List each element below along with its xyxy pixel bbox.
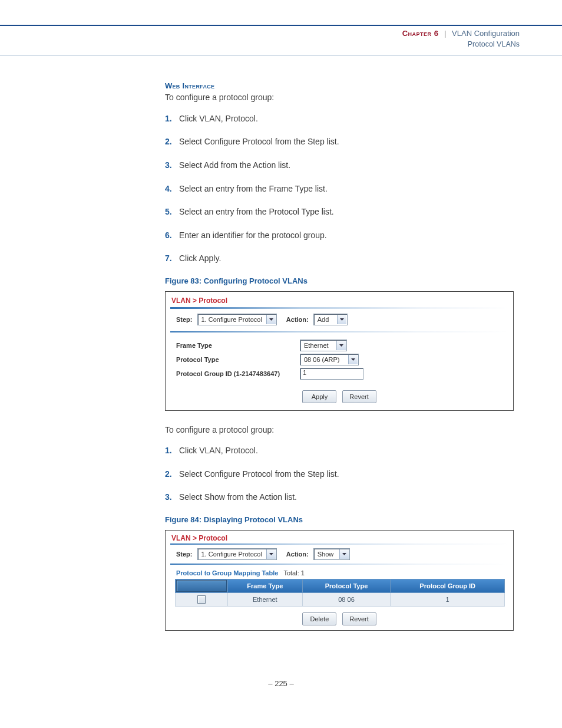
step-text: Select Configure Protocol from the Step … [179,469,339,479]
step-text: Enter an identifier for the protocol gro… [179,230,327,240]
figure-83-caption: Figure 83: Configuring Protocol VLANs [165,276,520,285]
step-select[interactable]: 1. Configure Protocol [197,548,277,560]
action-label: Action: [286,551,309,558]
step-text: Select an entry from the Protocol Type l… [179,207,334,216]
svg-marker-0 [269,318,273,321]
form-row: Protocol Group ID (1-2147483647) 1 [176,367,503,381]
figure-83-screenshot: VLAN > Protocol Step: 1. Configure Proto… [165,291,514,411]
decorative-rule [170,543,508,545]
group-id-label: Protocol Group ID (1-2147483647) [176,370,300,377]
action-select-value: Show [314,551,339,558]
table-total-label: Total: [283,569,299,577]
col-protocol-type: Protocol Type [302,579,391,592]
step-select-value: 1. Configure Protocol [198,316,266,323]
frame-type-value: Ethernet [300,342,336,349]
svg-marker-5 [342,553,346,555]
svg-marker-3 [351,358,355,361]
frame-type-label: Frame Type [176,342,300,349]
action-label: Action: [286,316,309,323]
intro-text-1: To configure a protocol group: [165,91,520,103]
chevron-down-icon [348,355,358,364]
steps-list-1: 1.Click VLAN, Protocol. 2.Select Configu… [165,113,520,265]
group-id-input[interactable]: 1 [300,368,363,380]
chapter-title: VLAN Configuration [452,29,520,38]
step-number: 3. [165,160,172,172]
button-row: Apply Revert [166,386,513,410]
step-item: 2.Select Configure Protocol from the Ste… [165,469,520,480]
page-header: Chapter 6 | VLAN Configuration Protocol … [0,28,562,52]
step-item: 1.Click VLAN, Protocol. [165,113,520,125]
chevron-down-icon [266,315,276,324]
row-checkbox-cell[interactable] [176,592,228,606]
step-select-value: 1. Configure Protocol [198,551,266,558]
chevron-down-icon [339,549,349,559]
decorative-rule [170,331,508,332]
step-text: Click VLAN, Protocol. [179,446,258,455]
chevron-down-icon [336,341,346,350]
revert-button[interactable]: Revert [342,390,376,403]
table-total: Total: 1 [283,569,304,577]
step-item: 5.Select an entry from the Protocol Type… [165,206,520,218]
apply-button[interactable]: Apply [302,390,336,403]
step-number: 2. [165,136,172,148]
protocol-type-value: 08 06 (ARP) [300,356,348,363]
action-select-value: Add [314,316,336,323]
step-select[interactable]: 1. Configure Protocol [197,314,277,325]
table-row: Ethernet 08 06 1 [176,592,505,606]
chevron-down-icon [266,549,276,559]
web-interface-heading: Web Interface [165,81,520,90]
step-number: 6. [165,230,172,242]
intro-text-2: To configure a protocol group: [165,424,520,436]
frame-type-select[interactable]: Ethernet [300,340,347,351]
select-all-header[interactable] [176,579,228,592]
step-number: 1. [165,445,172,457]
step-number: 1. [165,113,172,125]
chapter-label: Chapter 6 [402,29,439,38]
step-text: Select Show from the Action list. [179,492,297,502]
svg-marker-2 [339,344,343,347]
step-item: 7.Click Apply. [165,253,520,265]
chevron-down-icon [337,315,346,324]
step-number: 7. [165,253,172,265]
action-select[interactable]: Show [313,548,350,560]
revert-button[interactable]: Revert [342,612,376,625]
delete-button[interactable]: Delete [302,612,336,625]
table-title-text: Protocol to Group Mapping Table [176,569,278,577]
step-number: 3. [165,492,172,503]
col-group-id: Protocol Group ID [391,579,505,592]
breadcrumb: VLAN > Protocol [166,292,513,307]
step-label: Step: [176,316,193,323]
table-title: Protocol to Group Mapping Table Total: 1 [166,568,513,579]
steps-list-2: 1.Click VLAN, Protocol. 2.Select Configu… [165,445,520,503]
step-text: Select Configure Protocol from the Step … [179,137,339,146]
row-group-id: 1 [391,592,505,606]
row-frame-type: Ethernet [228,592,303,606]
step-number: 5. [165,206,172,218]
breadcrumb: VLAN > Protocol [166,531,513,543]
step-item: 6.Enter an identifier for the protocol g… [165,230,520,242]
decorative-rule [170,564,508,565]
button-row: Delete Revert [166,610,513,630]
chapter-subtitle: Protocol VLANs [468,40,520,48]
form-area: Frame Type Ethernet Protocol Type 08 06 … [166,336,513,386]
svg-marker-4 [269,553,273,555]
mapping-table: Frame Type Protocol Type Protocol Group … [175,579,505,607]
checkbox-icon [176,580,227,592]
protocol-type-select[interactable]: 08 06 (ARP) [300,354,359,365]
figure-84-screenshot: VLAN > Protocol Step: 1. Configure Proto… [165,530,514,631]
svg-marker-1 [340,318,344,321]
page-footer: – 225 – [0,648,562,702]
step-item: 4.Select an entry from the Frame Type li… [165,183,520,195]
action-select[interactable]: Add [313,314,348,325]
form-row: Protocol Type 08 06 (ARP) [176,353,503,367]
step-number: 2. [165,469,172,480]
protocol-type-label: Protocol Type [176,356,300,363]
step-text: Select Add from the Action list. [179,160,290,170]
step-text: Select an entry from the Frame Type list… [179,184,328,193]
decorative-rule [170,307,508,309]
col-frame-type: Frame Type [228,579,303,592]
selector-row: Step: 1. Configure Protocol Action: Show [166,548,513,564]
step-text: Click Apply. [179,253,221,263]
main-content: Web Interface To configure a protocol gr… [0,55,562,631]
table-total-value: 1 [301,569,305,577]
